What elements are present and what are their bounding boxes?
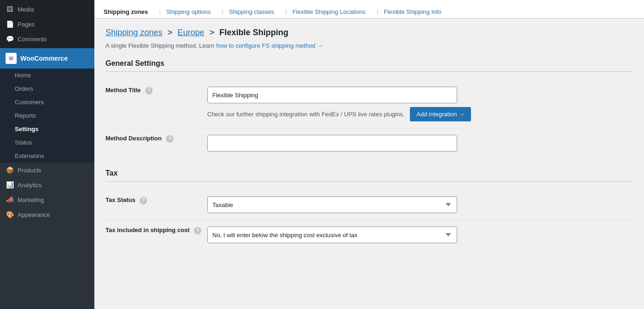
breadcrumb-sep1: >	[167, 28, 175, 37]
tax-status-label-cell: Tax Status ?	[105, 190, 207, 220]
tax-status-row: Tax Status ? Taxable None	[105, 190, 633, 220]
comments-icon: 💬	[6, 35, 14, 43]
tab-shipping-zones[interactable]: Shipping zones	[104, 6, 154, 18]
tax-form: Tax Status ? Taxable None Tax included i…	[105, 190, 633, 250]
tab-shipping-classes[interactable]: Shipping classes	[217, 6, 280, 18]
sidebar-item-orders[interactable]: Orders	[0, 82, 94, 95]
sidebar-item-label: Pages	[18, 21, 35, 28]
tax-status-help-icon[interactable]: ?	[140, 197, 147, 204]
products-icon: 📦	[6, 166, 14, 174]
analytics-icon: 📊	[6, 181, 14, 189]
general-settings-form: Method Title ? Check our further shippin…	[105, 80, 633, 158]
sidebar-item-label: Comments	[18, 36, 47, 43]
description-text: A single Flexible Shipping method. Learn	[105, 42, 216, 49]
method-description-label: Method Description	[105, 135, 161, 142]
tab-shipping-options[interactable]: Shipping options	[154, 6, 217, 18]
tax-included-label-cell: Tax included in shipping cost ?	[105, 220, 207, 250]
sidebar-item-customers[interactable]: Customers	[0, 95, 94, 109]
description-link[interactable]: how to configure FS shipping method →	[216, 42, 323, 49]
sidebar-item-reports[interactable]: Reports	[0, 109, 94, 122]
tax-status-select[interactable]: Taxable None	[207, 196, 457, 213]
tax-section-title: Tax	[105, 169, 633, 182]
sidebar-item-label: Products	[18, 167, 41, 174]
woocommerce-submenu: Home Orders Customers Reports Settings S…	[0, 69, 94, 163]
tax-included-help-icon[interactable]: ?	[194, 227, 201, 234]
tax-included-control-cell: No, I will enter below the shipping cost…	[207, 220, 633, 250]
top-navigation: Shipping zones Shipping options Shipping…	[94, 0, 644, 19]
breadcrumb: Shipping zones > Europe > Flexible Shipp…	[105, 28, 633, 38]
sidebar-item-extensions[interactable]: Extensions	[0, 149, 94, 163]
sidebar-item-pages[interactable]: 📄 Pages	[0, 17, 94, 32]
sidebar-item-products[interactable]: 📦 Products	[0, 163, 94, 177]
method-title-label-cell: Method Title ?	[105, 80, 207, 128]
breadcrumb-current: Flexible Shipping	[219, 28, 288, 37]
woo-logo-icon: W	[6, 53, 17, 64]
method-description-row: Method Description ?	[105, 128, 633, 158]
media-icon: 🖼	[6, 6, 14, 13]
tab-flexible-shipping-info[interactable]: Flexible Shipping Info	[371, 6, 447, 18]
tax-included-select[interactable]: No, I will enter below the shipping cost…	[207, 227, 457, 243]
integration-row: Check our further shipping integration w…	[207, 107, 633, 121]
sidebar-item-label: Marketing	[18, 196, 44, 203]
method-description-input[interactable]	[207, 135, 457, 151]
sidebar-item-media[interactable]: 🖼 Media	[0, 2, 94, 17]
woocommerce-header[interactable]: W WooCommerce	[0, 48, 94, 69]
tax-included-row: Tax included in shipping cost ? No, I wi…	[105, 220, 633, 250]
sidebar: 🖼 Media 📄 Pages 💬 Comments W WooCommerce…	[0, 0, 94, 309]
tab-flexible-shipping-locations[interactable]: Flexible Shipping Locations	[280, 6, 372, 18]
tax-status-control-cell: Taxable None	[207, 190, 633, 220]
sidebar-item-marketing[interactable]: 📣 Marketing	[0, 192, 94, 207]
appearance-icon: 🎨	[6, 211, 14, 218]
marketing-icon: 📣	[6, 196, 14, 203]
method-title-label: Method Title	[105, 87, 141, 94]
method-title-control-cell: Check our further shipping integration w…	[207, 80, 633, 128]
add-integration-button[interactable]: Add integration →	[410, 107, 471, 121]
tax-included-label: Tax included in shipping cost	[105, 227, 190, 233]
pages-icon: 📄	[6, 20, 14, 28]
method-title-row: Method Title ? Check our further shippin…	[105, 80, 633, 128]
sidebar-item-comments[interactable]: 💬 Comments	[0, 32, 94, 46]
breadcrumb-shipping-zones[interactable]: Shipping zones	[105, 28, 162, 37]
woocommerce-label: WooCommerce	[20, 55, 68, 62]
method-description-label-cell: Method Description ?	[105, 128, 207, 158]
sidebar-item-label: Analytics	[18, 182, 42, 189]
breadcrumb-sep2: >	[210, 28, 217, 37]
tax-status-label: Tax Status	[105, 196, 136, 203]
sidebar-item-settings[interactable]: Settings	[0, 122, 94, 136]
page-description: A single Flexible Shipping method. Learn…	[105, 42, 633, 49]
integration-text: Check our further shipping integration w…	[207, 111, 404, 118]
sidebar-item-status[interactable]: Status	[0, 136, 94, 149]
general-settings-title: General Settings	[105, 59, 633, 72]
method-description-help-icon[interactable]: ?	[166, 135, 173, 143]
sidebar-item-appearance[interactable]: 🎨 Appearance	[0, 207, 94, 222]
sidebar-item-label: Appearance	[18, 211, 50, 218]
page-content-area: Shipping zones > Europe > Flexible Shipp…	[94, 19, 644, 309]
breadcrumb-europe[interactable]: Europe	[178, 28, 204, 37]
sidebar-item-analytics[interactable]: 📊 Analytics	[0, 177, 94, 192]
sidebar-item-home[interactable]: Home	[0, 69, 94, 82]
method-title-help-icon[interactable]: ?	[145, 87, 153, 95]
method-title-input[interactable]	[207, 87, 457, 103]
nav-tabs: Shipping zones Shipping options Shipping…	[104, 6, 635, 18]
main-content: Shipping zones Shipping options Shipping…	[94, 0, 644, 309]
sidebar-item-label: Media	[18, 6, 34, 13]
method-description-control-cell	[207, 128, 633, 158]
